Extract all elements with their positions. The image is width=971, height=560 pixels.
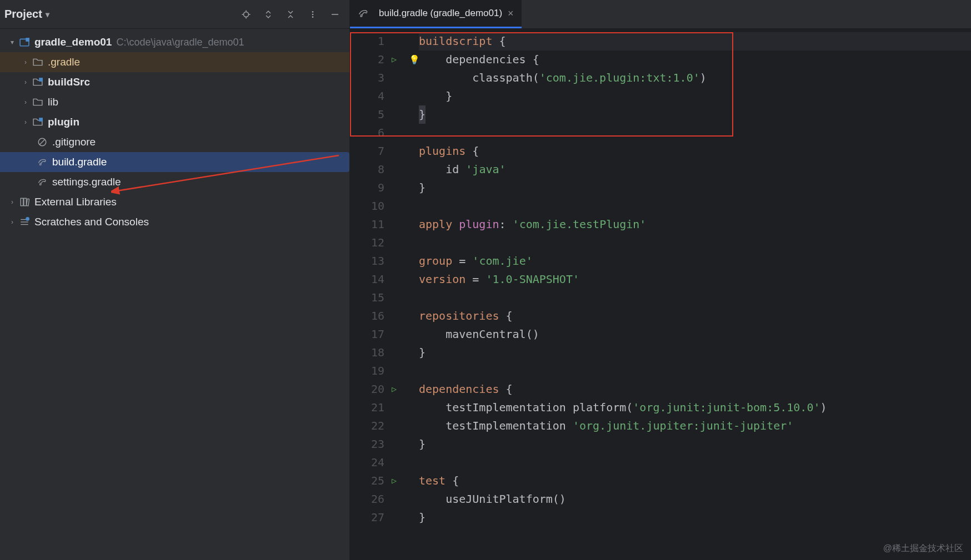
gutter-line[interactable]: 19 bbox=[350, 362, 396, 380]
code-line[interactable]: classpath('com.jie.plugin:txt:1.0') bbox=[419, 69, 971, 87]
gutter-line[interactable]: 14 bbox=[350, 270, 396, 289]
chevron-down-icon: ▾ bbox=[46, 10, 49, 19]
tree-root-path: C:\code\java\gradle_demo01 bbox=[116, 37, 244, 48]
expand-all-icon[interactable] bbox=[263, 9, 274, 20]
gutter-line[interactable]: 7 bbox=[350, 142, 396, 160]
gutter-line[interactable]: 11 bbox=[350, 215, 396, 234]
gutter-line[interactable]: 22 bbox=[350, 417, 396, 435]
chevron-right-icon: › bbox=[8, 218, 17, 226]
hide-icon[interactable] bbox=[329, 9, 341, 20]
code-line[interactable] bbox=[419, 362, 971, 380]
code-line[interactable]: apply plugin: 'com.jie.testPlugin' bbox=[419, 215, 971, 234]
tab-bar: build.gradle (gradle_demo01) × bbox=[350, 0, 971, 29]
svg-point-21 bbox=[26, 217, 29, 221]
svg-rect-11 bbox=[39, 78, 43, 82]
tree-item-plugin[interactable]: ›plugin bbox=[0, 112, 349, 132]
module-icon bbox=[32, 77, 43, 88]
sidebar-header: Project ▾ bbox=[0, 0, 349, 29]
code-line[interactable]: plugins { bbox=[419, 142, 971, 160]
code-line[interactable] bbox=[419, 289, 971, 307]
file-ignored-icon bbox=[37, 137, 48, 148]
code-content[interactable]: buildscript { dependencies { classpath('… bbox=[396, 32, 971, 560]
gutter-line[interactable]: 15 bbox=[350, 289, 396, 307]
tree-extra-label: Scratches and Consoles bbox=[34, 216, 149, 228]
tree-item-lib[interactable]: ›lib bbox=[0, 92, 349, 112]
gutter-line[interactable]: 23 bbox=[350, 435, 396, 453]
tree-item-buildSrc[interactable]: ›buildSrc bbox=[0, 72, 349, 92]
tree-root[interactable]: ▾ gradle_demo01 C:\code\java\gradle_demo… bbox=[0, 32, 349, 52]
library-icon bbox=[19, 216, 30, 228]
code-line[interactable]: test { bbox=[419, 472, 971, 490]
svg-line-14 bbox=[40, 140, 45, 145]
tree-item-label: .gitignore bbox=[52, 136, 96, 148]
gutter-line[interactable]: 26 bbox=[350, 490, 396, 508]
close-icon[interactable]: × bbox=[508, 8, 514, 19]
svg-rect-16 bbox=[24, 198, 27, 206]
gutter-line[interactable]: 9 bbox=[350, 179, 396, 197]
gutter-line[interactable]: 27 bbox=[350, 508, 396, 527]
gutter-line[interactable]: 18 bbox=[350, 344, 396, 362]
gutter-line[interactable]: 24 bbox=[350, 453, 396, 472]
tree-item-build-gradle[interactable]: build.gradle bbox=[0, 152, 349, 172]
more-icon[interactable] bbox=[307, 9, 318, 20]
collapse-all-icon[interactable] bbox=[285, 9, 296, 20]
gutter-line[interactable]: 5 bbox=[350, 105, 396, 124]
code-line[interactable]: testImplementation platform('org.junit:j… bbox=[419, 398, 971, 417]
gutter-line[interactable]: 17 bbox=[350, 325, 396, 344]
code-line[interactable] bbox=[419, 124, 971, 142]
code-line[interactable]: } bbox=[419, 508, 971, 527]
watermark: @稀土掘金技术社区 bbox=[883, 543, 963, 554]
code-line[interactable]: dependencies { bbox=[419, 51, 971, 69]
tree-item-label: .gradle bbox=[48, 56, 80, 68]
code-line[interactable]: mavenCentral() bbox=[419, 325, 971, 344]
code-line[interactable]: repositories { bbox=[419, 307, 971, 325]
tree-item--gitignore[interactable]: .gitignore bbox=[0, 132, 349, 152]
tree-item-label: settings.gradle bbox=[52, 176, 121, 188]
code-line[interactable]: id 'java' bbox=[419, 160, 971, 179]
svg-rect-12 bbox=[39, 118, 43, 122]
tree-extra[interactable]: ›Scratches and Consoles bbox=[0, 212, 349, 232]
gutter-line[interactable]: 13 bbox=[350, 252, 396, 270]
gutter-line[interactable]: 16 bbox=[350, 307, 396, 325]
code-line[interactable] bbox=[419, 234, 971, 252]
module-icon bbox=[19, 37, 30, 48]
code-line[interactable]: } bbox=[419, 105, 971, 124]
gutter-line[interactable]: 12 bbox=[350, 234, 396, 252]
svg-point-5 bbox=[312, 11, 314, 13]
tree-item-label: lib bbox=[48, 96, 58, 108]
code-line[interactable]: group = 'com.jie' bbox=[419, 252, 971, 270]
gutter-line[interactable]: 6 bbox=[350, 124, 396, 142]
gutter-line[interactable]: 21 bbox=[350, 398, 396, 417]
gutter-line[interactable]: 3 bbox=[350, 69, 396, 87]
gutter-line[interactable]: 8 bbox=[350, 160, 396, 179]
editor-body[interactable]: 12▷💡34567891011121314151617181920▷212223… bbox=[350, 29, 971, 560]
gutter-line[interactable]: 4 bbox=[350, 87, 396, 105]
gutter-line[interactable]: 10 bbox=[350, 197, 396, 215]
tab-build-gradle[interactable]: build.gradle (gradle_demo01) × bbox=[350, 0, 522, 28]
library-icon bbox=[19, 196, 30, 208]
project-tool-title[interactable]: Project ▾ bbox=[4, 8, 49, 21]
gutter-line[interactable]: 1 bbox=[350, 32, 396, 51]
gutter-line[interactable]: 25▷ bbox=[350, 472, 396, 490]
code-line[interactable]: } bbox=[419, 344, 971, 362]
code-line[interactable]: dependencies { bbox=[419, 380, 971, 398]
tree-item-settings-gradle[interactable]: settings.gradle bbox=[0, 172, 349, 192]
gutter-line[interactable]: 20▷ bbox=[350, 380, 396, 398]
code-line[interactable]: testImplementation 'org.junit.jupiter:ju… bbox=[419, 417, 971, 435]
code-line[interactable]: } bbox=[419, 435, 971, 453]
code-line[interactable]: } bbox=[419, 179, 971, 197]
code-line[interactable] bbox=[419, 197, 971, 215]
tree-item--gradle[interactable]: ›.gradle bbox=[0, 52, 349, 72]
gutter-line[interactable]: 2▷💡 bbox=[350, 51, 396, 69]
module-icon bbox=[32, 117, 43, 128]
code-line[interactable]: buildscript { bbox=[419, 32, 971, 51]
editor-area: build.gradle (gradle_demo01) × 12▷💡34567… bbox=[350, 0, 971, 560]
code-line[interactable] bbox=[419, 453, 971, 472]
code-line[interactable]: } bbox=[419, 87, 971, 105]
locate-icon[interactable] bbox=[241, 9, 252, 20]
sidebar-toolbar bbox=[241, 9, 345, 20]
code-line[interactable]: useJUnitPlatform() bbox=[419, 490, 971, 508]
tree-item-label: plugin bbox=[48, 116, 79, 128]
code-line[interactable]: version = '1.0-SNAPSHOT' bbox=[419, 270, 971, 289]
tree-extra[interactable]: ›External Libraries bbox=[0, 192, 349, 212]
